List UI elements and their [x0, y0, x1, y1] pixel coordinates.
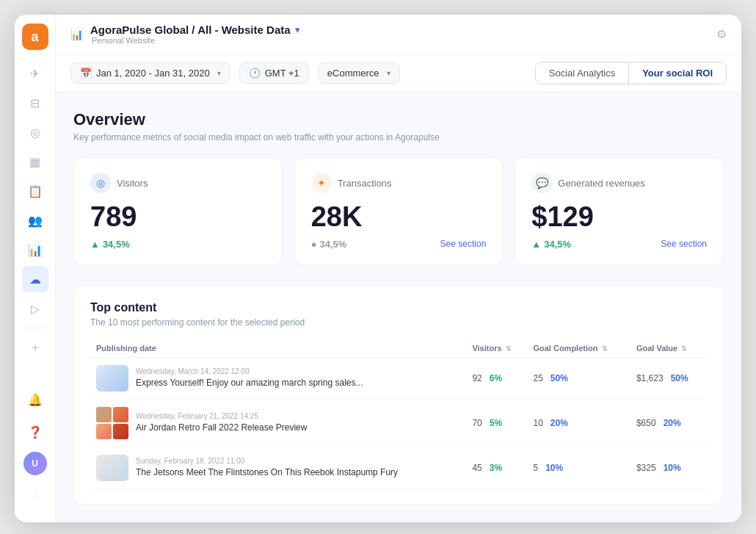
- col-goal-value[interactable]: Goal Value ⇅: [630, 339, 707, 358]
- row3-value-pct: 10%: [664, 463, 681, 473]
- row1-date: Wednesday, March 14, 2022 12:00: [136, 367, 363, 375]
- row3-goal-completion: 5 10%: [527, 447, 630, 488]
- sidebar-icon-help[interactable]: ❓: [22, 419, 48, 446]
- top-content-subtitle: The 10 most performing content for the s…: [90, 317, 707, 328]
- revenues-icon: 💬: [531, 173, 552, 193]
- revenues-label: Generated revenues: [558, 178, 645, 189]
- transactions-change-value: 34,5%: [320, 239, 347, 250]
- row3-post-info: Sunday, February 18, 2022 11:00 The Jets…: [90, 447, 466, 488]
- row1-post-info: Wednesday, March 14, 2022 12:00 Express …: [90, 357, 466, 399]
- calendar-icon: 📅: [80, 68, 92, 79]
- transactions-change: ● 34,5%: [311, 239, 347, 250]
- metric-header-transactions: ✦ Transactions: [311, 173, 487, 193]
- sidebar-icon-search[interactable]: ◎: [22, 119, 48, 145]
- row2-thumbnail: [96, 407, 128, 439]
- date-range-picker[interactable]: 📅 Jan 1, 2020 - Jan 31, 2020 ▾: [70, 62, 230, 84]
- transactions-value: 28K: [311, 202, 487, 233]
- row2-value-num: $650: [636, 418, 656, 428]
- revenues-see-section-link[interactable]: See section: [661, 239, 707, 249]
- table-row: Wednesday, March 14, 2022 12:00 Express …: [90, 357, 707, 399]
- row3-title: The Jetsons Meet The Flintstones On This…: [136, 467, 398, 479]
- row2-goal-value: $650 20%: [630, 399, 707, 447]
- tab-group: Social Analytics Your social ROI: [535, 62, 727, 84]
- transactions-arrow-icon: ●: [311, 239, 317, 250]
- sidebar-icon-clipboard[interactable]: 📋: [22, 178, 48, 204]
- app-logo[interactable]: a: [22, 24, 48, 50]
- topbar-title: AgoraPulse Global / All - Website Data: [90, 24, 291, 36]
- row2-goal-completion: 10 20%: [527, 399, 630, 447]
- row3-visitors-pct: 3%: [490, 463, 502, 473]
- sidebar-icon-video[interactable]: ▷: [22, 295, 48, 322]
- metric-header-revenues: 💬 Generated revenues: [531, 173, 707, 193]
- main-content: 📊 AgoraPulse Global / All - Website Data…: [56, 15, 741, 522]
- overview-section: Overview Key performance metrics of soci…: [73, 110, 724, 265]
- row1-value-num: $1,623: [636, 373, 664, 383]
- row2-goal-num: 10: [533, 418, 542, 428]
- visitors-value: 789: [90, 202, 266, 233]
- row2-goal-pct: 20%: [550, 418, 568, 428]
- sidebar-icon-bell[interactable]: 🔔: [22, 387, 48, 414]
- date-range-value: Jan 1, 2020 - Jan 31, 2020: [96, 68, 210, 79]
- row1-thumbnail: [96, 365, 128, 392]
- topbar-dropdown-arrow[interactable]: ▾: [295, 24, 300, 35]
- sidebar: a ✈ ⊟ ◎ ▦ 📋 👥 📊 ☁ ▷ ＋ 🔔 ❓ U ⋮: [15, 15, 56, 522]
- goal-completion-sort-icon: ⇅: [602, 345, 608, 353]
- category-dropdown-icon: ▾: [387, 69, 390, 77]
- visitors-change: ▲ 34,5%: [90, 239, 266, 250]
- table-body: Wednesday, March 14, 2022 12:00 Express …: [90, 357, 707, 488]
- top-content-section: Top content The 10 most performing conte…: [73, 286, 724, 505]
- sidebar-icon-calendar[interactable]: ▦: [22, 148, 48, 175]
- row2-visitors: 70 5%: [466, 399, 527, 447]
- revenues-footer: ▲ 34,5% See section: [531, 239, 707, 250]
- row1-visitors-num: 92: [472, 373, 481, 383]
- col-publishing-date: Publishing date: [90, 339, 466, 358]
- sidebar-icon-chart[interactable]: 📊: [22, 237, 48, 263]
- row2-title: Air Jordan Retro Fall 2022 Release Previ…: [136, 422, 307, 434]
- avatar[interactable]: U: [23, 452, 47, 475]
- metric-header-visitors: ◎ Visitors: [90, 173, 266, 193]
- revenues-change-value: 34,5%: [544, 239, 571, 250]
- category-selector[interactable]: eCommerce ▾: [318, 62, 400, 84]
- filterbar: 📅 Jan 1, 2020 - Jan 31, 2020 ▾ 🕐 GMT +1 …: [56, 54, 741, 93]
- sidebar-icon-more[interactable]: ⋮: [22, 481, 48, 508]
- row1-goal-num: 25: [533, 373, 542, 383]
- metrics-row: ◎ Visitors 789 ▲ 34,5% ✦ Transac: [73, 157, 724, 265]
- timezone-selector[interactable]: 🕐 GMT +1: [239, 62, 309, 84]
- date-dropdown-icon: ▾: [217, 69, 221, 77]
- transactions-footer: ● 34,5% See section: [311, 239, 487, 250]
- overview-subtitle: Key performance metrics of social media …: [73, 132, 724, 142]
- transactions-label: Transactions: [338, 178, 392, 189]
- sidebar-icon-analytics[interactable]: ☁: [22, 266, 48, 292]
- metric-card-transactions: ✦ Transactions 28K ● 34,5% See section: [294, 157, 504, 265]
- sidebar-icon-users[interactable]: 👥: [22, 207, 48, 234]
- content-area: Overview Key performance metrics of soci…: [56, 93, 741, 522]
- sidebar-icon-inbox[interactable]: ⊟: [22, 90, 48, 116]
- sidebar-icon-add[interactable]: ＋: [22, 334, 48, 361]
- row2-value-pct: 20%: [664, 418, 681, 428]
- transactions-icon: ✦: [311, 173, 332, 193]
- tab-social-analytics[interactable]: Social Analytics: [536, 62, 629, 84]
- col-visitors[interactable]: Visitors ⇅: [466, 339, 527, 358]
- revenues-value: $129: [531, 202, 707, 233]
- metric-card-revenues: 💬 Generated revenues $129 ▲ 34,5% See se…: [515, 157, 724, 265]
- transactions-see-section-link[interactable]: See section: [440, 239, 487, 249]
- row1-visitors-pct: 6%: [490, 373, 502, 383]
- row3-date: Sunday, February 18, 2022 11:00: [136, 457, 398, 465]
- row1-title: Express Yourself! Enjoy our amazing marc…: [136, 378, 363, 389]
- row3-goal-value: $325 10%: [630, 447, 707, 488]
- goal-value-sort-icon: ⇅: [681, 345, 687, 353]
- gear-icon[interactable]: ⚙: [716, 27, 727, 41]
- row3-thumbnail: [96, 455, 128, 481]
- col-goal-completion[interactable]: Goal Completion ⇅: [527, 339, 630, 358]
- table-header: Publishing date Visitors ⇅ Goal Completi…: [90, 339, 707, 358]
- row1-goal-pct: 50%: [550, 373, 568, 383]
- topbar-chart-icon: 📊: [70, 29, 83, 40]
- overview-title: Overview: [73, 110, 724, 129]
- revenues-change: ▲ 34,5%: [531, 239, 571, 250]
- sidebar-icon-send[interactable]: ✈: [22, 60, 48, 87]
- visitors-label: Visitors: [117, 178, 148, 189]
- topbar-subtitle: Personal Website: [92, 36, 300, 45]
- top-content-table: Publishing date Visitors ⇅ Goal Completi…: [90, 339, 707, 489]
- tab-social-roi[interactable]: Your social ROI: [629, 62, 726, 84]
- category-value: eCommerce: [327, 68, 379, 79]
